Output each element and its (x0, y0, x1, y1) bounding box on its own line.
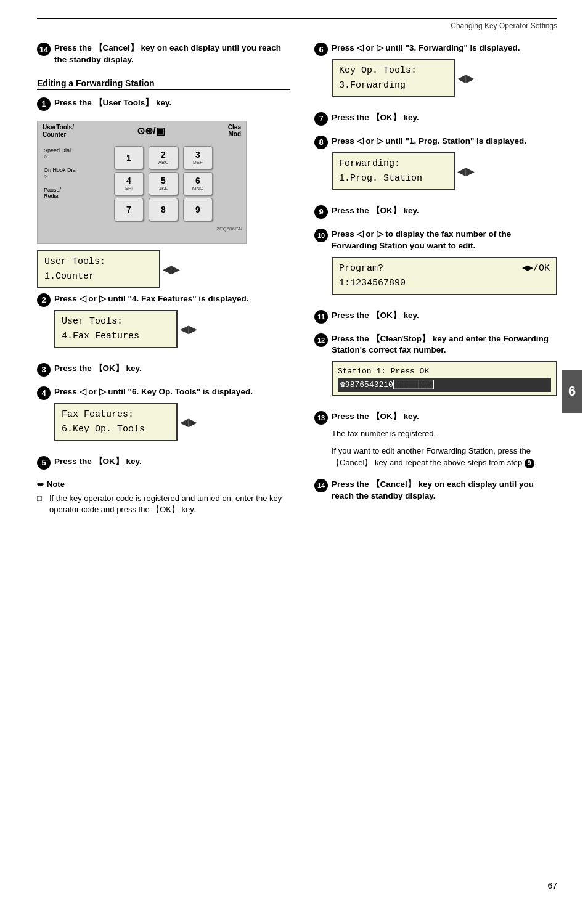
step-14-last: 14 Press the 【Cancel】 key on each displa… (314, 479, 557, 502)
note-bullet: □ (37, 493, 46, 515)
lcd-forwarding: Key Op. Tools: 3.Forwarding ◀▶ (332, 59, 557, 97)
kb-key-8: 8 (149, 198, 178, 221)
page-container: Changing Key Operator Settings 14 Press … (0, 0, 588, 909)
step-14-first-text: Press the 【Cancel】 key on each display u… (54, 43, 290, 66)
step-11-content: Press the 【OK】 key. (332, 310, 557, 322)
kb-top-bar: UserTools/Counter ⊙⊛/▣ CleaMod (38, 121, 246, 141)
step-num-14-last: 14 (314, 479, 328, 492)
lcd-key-op: Fax Features: 6.Key Op. Tools ◀▶ (54, 403, 290, 441)
step-num-4: 4 (37, 386, 51, 400)
step-7-content: Press the 【OK】 key. (332, 112, 557, 124)
lcd-fax-features: User Tools: 4.Fax Features ◀▶ (54, 310, 290, 348)
step-2: 2 Press ◁ or ▷ until "4. Fax Features" i… (37, 293, 290, 353)
note-title: ✏ Note (37, 479, 290, 489)
lcd-arrow-1: ◀▶ (163, 263, 180, 276)
step-13-note-edit: If you want to edit another Forwarding S… (332, 445, 557, 469)
two-column-layout: 14 Press the 【Cancel】 key on each displa… (37, 43, 557, 521)
step-5-text: Press the 【OK】 key. (54, 456, 290, 468)
step-14-first: 14 Press the 【Cancel】 key on each displa… (37, 43, 290, 66)
step-num-7: 7 (314, 112, 328, 126)
step-3: 3 Press the 【OK】 key. (37, 363, 290, 377)
step-14-last-content: Press the 【Cancel】 key on each display u… (332, 479, 557, 502)
step-num-1: 1 (37, 97, 51, 111)
left-column: 14 Press the 【Cancel】 key on each displa… (37, 43, 290, 521)
step-12-text: Press the 【Clear/Stop】 key and enter the… (332, 333, 557, 357)
kb-key-4: 4 GHI (114, 172, 144, 195)
step-num-2: 2 (37, 293, 51, 307)
step-13-content: Press the 【OK】 key. The fax number is re… (332, 411, 557, 468)
page-header: Changing Key Operator Settings (37, 22, 557, 30)
chapter-badge: 6 (562, 370, 582, 413)
step-8-content: Press ◁ or ▷ until "1. Prog. Station" is… (332, 136, 557, 195)
lcd-arrow-2: ◀▶ (180, 322, 197, 336)
step-14-first-content: Press the 【Cancel】 key on each display u… (54, 43, 290, 66)
kb-key-9: 9 (183, 198, 213, 221)
kb-usertool-label: UserTools/Counter (43, 124, 74, 139)
step-10: 10 Press ◁ or ▷ to display the fax numbe… (314, 229, 557, 300)
step-11-text: Press the 【OK】 key. (332, 310, 557, 322)
step-8-text: Press ◁ or ▷ until "1. Prog. Station" is… (332, 136, 557, 147)
step-2-content: Press ◁ or ▷ until "4. Fax Features" is … (54, 293, 290, 353)
step-2-text: Press ◁ or ▷ until "4. Fax Features" is … (54, 293, 290, 305)
step-9-text: Press the 【OK】 key. (332, 205, 557, 217)
step-4-text: Press ◁ or ▷ until "6. Key Op. Tools" is… (54, 386, 290, 398)
note-title-text: Note (47, 479, 65, 489)
step-13-note-registered: The fax number is registered. (332, 428, 557, 440)
lcd-4-line2: 6.Key Op. Tools (62, 422, 170, 437)
lcd-arrow-4: ◀▶ (180, 415, 197, 429)
lcd-8-line2: 1.Prog. Station (339, 171, 447, 186)
lcd-10-line1: Program? (339, 261, 383, 276)
kb-key-1: 1 (114, 146, 144, 169)
step-3-text: Press the 【OK】 key. (54, 363, 290, 375)
step-13: 13 Press the 【OK】 key. The fax number is… (314, 411, 557, 468)
step-7: 7 Press the 【OK】 key. (314, 112, 557, 126)
step-num-11: 11 (314, 310, 328, 324)
header-divider (37, 18, 557, 19)
lcd-display-10: Program? ◀▶/OK 1:1234567890 (332, 257, 557, 295)
kb-pause-label: Pause/Redial (44, 187, 81, 199)
lcd-2-line2: 4.Fax Features (62, 329, 170, 344)
right-column: 6 Press ◁ or ▷ until "3. Forwarding" is … (314, 43, 557, 521)
step-num-14-first: 14 (37, 43, 51, 56)
kb-key-6: 6 MNO (183, 172, 213, 195)
zeq-label: ZEQ506GN (38, 226, 246, 232)
lcd-2-line1: User Tools: (62, 314, 170, 329)
lcd-station-wrapper: Station 1: Press OK ☎9876543210████████ (332, 361, 557, 396)
step-10-text: Press ◁ or ▷ to display the fax number o… (332, 229, 557, 252)
step-12-content: Press the 【Clear/Stop】 key and enter the… (332, 333, 557, 402)
step-14-last-text: Press the 【Cancel】 key on each display u… (332, 479, 557, 502)
step-num-13: 13 (314, 411, 328, 425)
step-1: 1 Press the 【User Tools】 key. (37, 97, 290, 111)
step-10-content: Press ◁ or ▷ to display the fax number o… (332, 229, 557, 300)
chapter-number: 6 (568, 383, 576, 399)
note-box: ✏ Note □ If the key operator code is reg… (37, 479, 290, 515)
inline-ref-9: 9 (525, 459, 534, 468)
keyboard-illustration: UserTools/Counter ⊙⊛/▣ CleaMod Speed Dia… (37, 121, 247, 244)
lcd-12-line2: ☎9876543210████████ (338, 378, 551, 393)
step-11: 11 Press the 【OK】 key. (314, 310, 557, 324)
kb-onhookdial-label: On Hook Dial○ (44, 167, 81, 179)
note-text-1: If the key operator code is registered a… (49, 493, 290, 515)
step-8: 8 Press ◁ or ▷ until "1. Prog. Station" … (314, 136, 557, 195)
lcd-1-counter: User Tools: 1.Counter ◀▶ (37, 250, 290, 288)
lcd-program-wrapper: Program? ◀▶/OK 1:1234567890 (332, 257, 557, 295)
lcd-arrow-8: ◀▶ (457, 165, 475, 178)
lcd-display-4: Fax Features: 6.Key Op. Tools (54, 403, 178, 441)
step-6-text: Press ◁ or ▷ until "3. Forwarding" is di… (332, 43, 557, 54)
step-1-text: Press the 【User Tools】 key. (54, 97, 290, 109)
kb-key-3: 3 DEF (183, 146, 213, 169)
step-num-6: 6 (314, 43, 328, 56)
step-4-content: Press ◁ or ▷ until "6. Key Op. Tools" is… (54, 386, 290, 446)
kb-key-2: 2 ABC (149, 146, 178, 169)
lcd-display-2: User Tools: 4.Fax Features (54, 310, 178, 348)
lcd-line1: User Tools: (44, 255, 153, 269)
page-number: 67 (547, 881, 557, 891)
step-5-content: Press the 【OK】 key. (54, 456, 290, 468)
step-num-3: 3 (37, 363, 51, 377)
step-5: 5 Press the 【OK】 key. (37, 456, 290, 470)
lcd-display-12: Station 1: Press OK ☎9876543210████████ (332, 361, 557, 396)
lcd-prog-station: Forwarding: 1.Prog. Station ◀▶ (332, 152, 557, 190)
step-6: 6 Press ◁ or ▷ until "3. Forwarding" is … (314, 43, 557, 102)
lcd-10-arrow: ◀▶/OK (522, 261, 550, 276)
step-num-10: 10 (314, 229, 328, 242)
